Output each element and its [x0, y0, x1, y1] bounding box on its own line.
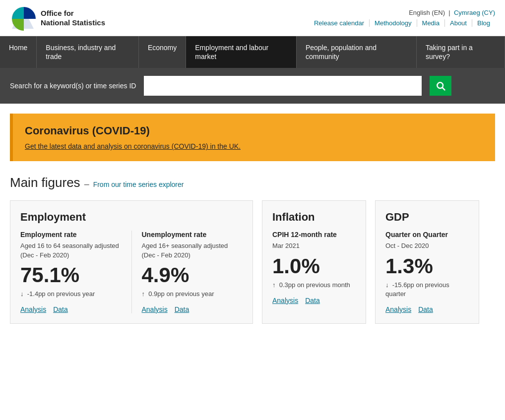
gdp-links: Analysis Data — [385, 305, 469, 313]
inflation-period: Mar 2021 — [272, 241, 356, 250]
inflation-arrow: ↑ — [272, 281, 276, 289]
inflation-links: Analysis Data — [272, 297, 356, 304]
unemployment-rate-change-text: 0.9pp on previous year — [148, 290, 214, 298]
inflation-card-title: Inflation — [272, 211, 356, 224]
covid-banner: Coronavirus (COVID-19) Get the latest da… — [10, 114, 495, 161]
gdp-change-text: -15.6pp on previous quarter — [385, 281, 449, 298]
cards-row: Employment Employment rate Aged 16 to 64… — [10, 200, 495, 324]
nav-survey[interactable]: Taking part in a survey? — [417, 36, 505, 68]
main-navigation: Home Business, industry and trade Econom… — [0, 36, 505, 68]
inflation-label: CPIH 12-month rate — [272, 231, 356, 239]
main-figures-header: Main figures – From our time series expl… — [10, 175, 495, 190]
search-button[interactable] — [430, 76, 451, 96]
unemployment-rate-change: ↑ 0.9pp on previous year — [142, 290, 243, 299]
gdp-card-title: GDP — [385, 211, 469, 224]
employment-card-title: Employment — [20, 211, 243, 224]
employment-rate-change-text: -1.4pp on previous year — [27, 290, 95, 298]
search-input-wrap — [144, 76, 422, 96]
gdp-value: 1.3% — [385, 256, 469, 277]
nav-business[interactable]: Business, industry and trade — [37, 36, 139, 68]
inflation-analysis-link[interactable]: Analysis — [272, 297, 298, 304]
unemployment-rate-arrow: ↑ — [142, 290, 145, 298]
inflation-card: Inflation CPIH 12-month rate Mar 2021 1.… — [262, 200, 366, 324]
employment-rate-col: Employment rate Aged 16 to 64 seasonally… — [20, 231, 122, 313]
gdp-data-link[interactable]: Data — [418, 305, 433, 313]
unemployment-rate-value: 4.9% — [142, 265, 243, 286]
ons-logo-icon — [10, 5, 36, 31]
unemployment-rate-col: Unemployment rate Aged 16+ seasonally ad… — [142, 231, 243, 313]
nav-employment[interactable]: Employment and labour market — [186, 36, 297, 68]
search-input[interactable] — [144, 76, 422, 96]
employment-inner: Employment rate Aged 16 to 64 seasonally… — [20, 231, 243, 313]
search-bar: Search for a keyword(s) or time series I… — [0, 68, 505, 104]
gdp-change: ↓ -15.6pp on previous quarter — [385, 281, 469, 299]
inflation-data-link[interactable]: Data — [305, 297, 320, 304]
about-link[interactable]: About — [445, 19, 472, 27]
gdp-arrow: ↓ — [385, 281, 389, 289]
blog-link[interactable]: Blog — [472, 19, 495, 27]
employment-rate-label: Employment rate — [20, 231, 122, 239]
employment-rate-analysis-link[interactable]: Analysis — [20, 305, 46, 313]
inflation-change-text: 0.3pp on previous month — [279, 281, 350, 289]
unemployment-rate-label: Unemployment rate — [142, 231, 243, 239]
language-bar: English (EN) | Cymraeg (CY) — [409, 9, 495, 16]
cymraeg-link[interactable]: Cymraeg (CY) — [454, 9, 495, 16]
methodology-link[interactable]: Methodology — [370, 19, 417, 27]
employment-divider — [131, 231, 132, 313]
gdp-card: GDP Quarter on Quarter Oct - Dec 2020 1.… — [375, 200, 479, 324]
main-content: Coronavirus (COVID-19) Get the latest da… — [0, 104, 505, 334]
employment-card: Employment Employment rate Aged 16 to 64… — [10, 200, 253, 324]
unemployment-rate-sub: Aged 16+ seasonally adjusted (Dec - Feb … — [142, 241, 243, 259]
gdp-label: Quarter on Quarter — [385, 231, 469, 239]
time-series-link[interactable]: From our time series explorer — [93, 180, 184, 188]
nav-economy[interactable]: Economy — [139, 36, 186, 68]
employment-rate-change: ↓ -1.4pp on previous year — [20, 290, 122, 299]
search-icon — [436, 81, 445, 91]
release-calendar-link[interactable]: Release calendar — [309, 19, 370, 27]
search-label: Search for a keyword(s) or time series I… — [10, 82, 136, 90]
nav-home[interactable]: Home — [0, 36, 37, 68]
unemployment-rate-data-link[interactable]: Data — [175, 305, 189, 313]
gdp-period: Oct - Dec 2020 — [385, 241, 469, 250]
covid-title: Coronavirus (COVID-19) — [25, 124, 483, 137]
nav-people[interactable]: People, population and community — [297, 36, 417, 68]
svg-line-3 — [442, 88, 445, 90]
employment-rate-sub: Aged 16 to 64 seasonally adjusted (Dec -… — [20, 241, 122, 259]
inflation-value: 1.0% — [272, 256, 356, 277]
media-link[interactable]: Media — [417, 19, 445, 27]
header-right: English (EN) | Cymraeg (CY) Release cale… — [309, 9, 495, 27]
main-figures-heading: Main figures — [10, 175, 80, 190]
gdp-analysis-link[interactable]: Analysis — [385, 305, 411, 313]
employment-rate-value: 75.1% — [20, 265, 122, 286]
employment-rate-arrow: ↓ — [20, 290, 24, 298]
employment-rate-data-link[interactable]: Data — [53, 305, 68, 313]
inflation-change: ↑ 0.3pp on previous month — [272, 281, 356, 290]
logo-area: Office for National Statistics — [10, 5, 105, 31]
logo-text: Office for National Statistics — [41, 8, 105, 28]
covid-link[interactable]: Get the latest data and analysis on coro… — [25, 142, 241, 150]
top-nav: Release calendar Methodology Media About… — [309, 19, 495, 27]
unemployment-rate-links: Analysis Data — [142, 305, 243, 313]
unemployment-rate-analysis-link[interactable]: Analysis — [142, 305, 168, 313]
main-figures-dash: – — [84, 179, 89, 189]
header: Office for National Statistics English (… — [0, 0, 505, 36]
employment-rate-links: Analysis Data — [20, 305, 122, 313]
